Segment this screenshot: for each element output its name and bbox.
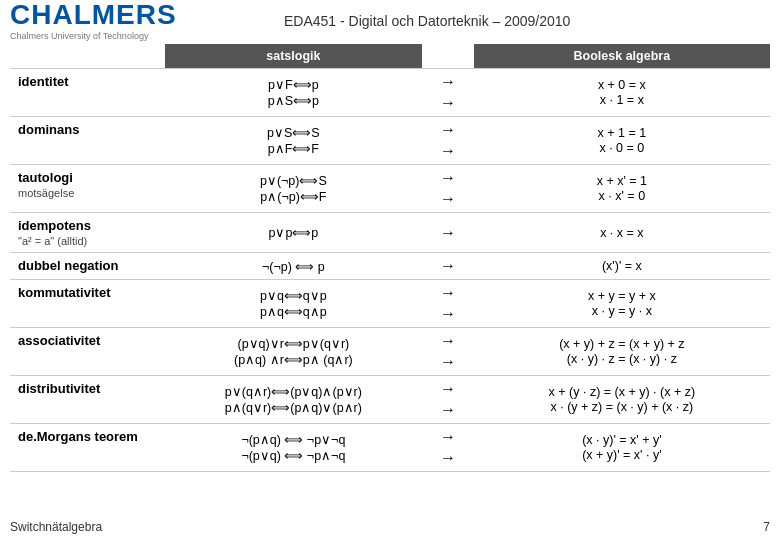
- table-row: kommutativitetp∨q⟺q∨pp∧q⟺q∧p→→x + y = y …: [10, 280, 770, 328]
- arrow-1: →: [440, 169, 456, 187]
- bool-line2: (x + y)' = x' · y': [582, 448, 661, 462]
- sats-line2: ¬(p∨q) ⟺ ¬p∧¬q: [241, 448, 345, 463]
- row-sats: ¬(p∧q) ⟺ ¬p∨¬q¬(p∨q) ⟺ ¬p∧¬q: [165, 424, 423, 472]
- bool-line1: (x + y) + z = (x + y) + z: [559, 337, 684, 351]
- sats-line1: p∨q⟺q∨p: [260, 288, 327, 303]
- row-sats: p∨q⟺q∨pp∧q⟺q∧p: [165, 280, 423, 328]
- row-name: kommutativitet: [10, 280, 165, 328]
- row-name: distributivitet: [10, 376, 165, 424]
- sats-line1: p∨F⟺p: [268, 77, 319, 92]
- bool-line1: x + y = y + x: [588, 289, 656, 303]
- row-name: associativitet: [10, 328, 165, 376]
- row-name: tautologimotsägelse: [10, 165, 165, 213]
- row-arrow: →: [422, 213, 474, 253]
- row-bool: x + (y · z) = (x + y) · (x + z)x · (y + …: [474, 376, 770, 424]
- row-sats: p∨F⟺pp∧S⟺p: [165, 69, 423, 117]
- bool-line2: x · 1 = x: [600, 93, 644, 107]
- table-row: de.Morgans teorem¬(p∧q) ⟺ ¬p∨¬q¬(p∨q) ⟺ …: [10, 424, 770, 472]
- sats-line2: p∧S⟺p: [268, 93, 319, 108]
- col-name-header: [10, 44, 165, 69]
- sats-line2: p∧(q∨r)⟺(p∧q)∨(p∧r): [225, 400, 362, 415]
- bool-line1: x + 0 = x: [598, 78, 646, 92]
- col-sats-header: satslogik: [165, 44, 423, 69]
- row-sats: p∨(¬p)⟺Sp∧(¬p)⟺F: [165, 165, 423, 213]
- bool-line2: x · 0 = 0: [599, 141, 644, 155]
- row-name: idempotens"a² = a" (alltid): [10, 213, 165, 253]
- sats-line1: ¬(p∧q) ⟺ ¬p∨¬q: [241, 432, 345, 447]
- table-body: identitetp∨F⟺pp∧S⟺p→→x + 0 = xx · 1 = xd…: [10, 69, 770, 472]
- row-arrow: →: [422, 253, 474, 280]
- arrow-2: →: [440, 190, 456, 208]
- row-arrow: →→: [422, 424, 474, 472]
- row-sats: ¬(¬p) ⟺ p: [165, 253, 423, 280]
- sats-line1: p∨(q∧r)⟺(p∨q)∧(p∨r): [225, 384, 362, 399]
- col-arrow-header: [422, 44, 474, 69]
- arrow-2: →: [440, 353, 456, 371]
- arrow-1: →: [440, 380, 456, 398]
- arrow-1: →: [440, 332, 456, 350]
- main-content: satslogik Boolesk algebra identitetp∨F⟺p…: [0, 42, 780, 472]
- row-name-secondary: motsägelse: [18, 187, 74, 199]
- logo-text: CHALMERS: [10, 1, 284, 29]
- row-arrow: →→: [422, 376, 474, 424]
- row-arrow: →→: [422, 69, 474, 117]
- row-bool: x + y = y + xx · y = y · x: [474, 280, 770, 328]
- row-sats: p∨(q∧r)⟺(p∨q)∧(p∨r)p∧(q∨r)⟺(p∧q)∨(p∧r): [165, 376, 423, 424]
- row-name: dubbel negation: [10, 253, 165, 280]
- bool-line1: (x · y)' = x' + y': [582, 433, 661, 447]
- table-row: tautologimotsägelsep∨(¬p)⟺Sp∧(¬p)⟺F→→x +…: [10, 165, 770, 213]
- sats-line2: (p∧q) ∧r⟺p∧ (q∧r): [234, 352, 353, 367]
- arrow-2: →: [440, 401, 456, 419]
- row-bool: (x + y) + z = (x + y) + z(x · y) · z = (…: [474, 328, 770, 376]
- row-sats: p∨p⟺p: [165, 213, 423, 253]
- row-name-primary: tautologi: [18, 170, 73, 185]
- sats-line2: p∧(¬p)⟺F: [260, 189, 326, 204]
- row-name: de.Morgans teorem: [10, 424, 165, 472]
- table-row: distributivitetp∨(q∧r)⟺(p∨q)∧(p∨r)p∧(q∨r…: [10, 376, 770, 424]
- sats-line1: (p∨q)∨r⟺p∨(q∨r): [237, 336, 349, 351]
- sats-line2: p∧q⟺q∧p: [260, 304, 327, 319]
- row-bool: x · x = x: [474, 213, 770, 253]
- table-row: dubbel negation¬(¬p) ⟺ p→(x')' = x: [10, 253, 770, 280]
- bool-line1: x + x' = 1: [597, 174, 647, 188]
- row-bool: x + 1 = 1x · 0 = 0: [474, 117, 770, 165]
- row-bool: (x · y)' = x' + y'(x + y)' = x' · y': [474, 424, 770, 472]
- arrow-2: →: [440, 94, 456, 112]
- row-arrow: →→: [422, 328, 474, 376]
- sats-line2: p∧F⟺F: [268, 141, 319, 156]
- row-bool: x + 0 = xx · 1 = x: [474, 69, 770, 117]
- course-title: EDA451 - Digital och Datorteknik – 2009/…: [284, 13, 570, 29]
- row-sats: (p∨q)∨r⟺p∨(q∨r)(p∧q) ∧r⟺p∧ (q∧r): [165, 328, 423, 376]
- row-name-secondary: "a² = a" (alltid): [18, 235, 87, 247]
- arrow-2: →: [440, 142, 456, 160]
- row-arrow: →→: [422, 280, 474, 328]
- bool-line2: (x · y) · z = (x · y) · z: [567, 352, 677, 366]
- arrow-2: →: [440, 449, 456, 467]
- sats-line1: p∨S⟺S: [267, 125, 320, 140]
- table-row: identitetp∨F⟺pp∧S⟺p→→x + 0 = xx · 1 = x: [10, 69, 770, 117]
- arrow-1: →: [440, 121, 456, 139]
- arrow-1: →: [440, 428, 456, 446]
- table-row: associativitet(p∨q)∨r⟺p∨(q∨r)(p∧q) ∧r⟺p∧…: [10, 328, 770, 376]
- row-bool: (x')' = x: [474, 253, 770, 280]
- arrow-2: →: [440, 305, 456, 323]
- logic-table: satslogik Boolesk algebra identitetp∨F⟺p…: [10, 44, 770, 472]
- arrow-1: →: [440, 284, 456, 302]
- logo-sub: Chalmers University of Technology: [10, 31, 284, 41]
- row-arrow: →→: [422, 165, 474, 213]
- col-bool-header: Boolesk algebra: [474, 44, 770, 69]
- logo-area: CHALMERS Chalmers University of Technolo…: [10, 1, 284, 41]
- footer: Switchnätalgebra 7: [10, 520, 770, 534]
- bool-line2: x · y = y · x: [592, 304, 652, 318]
- row-sats: p∨S⟺Sp∧F⟺F: [165, 117, 423, 165]
- footer-left: Switchnätalgebra: [10, 520, 102, 534]
- sats-line1: p∨(¬p)⟺S: [260, 173, 327, 188]
- bool-line1: x + 1 = 1: [598, 126, 647, 140]
- table-row: idempotens"a² = a" (alltid)p∨p⟺p→x · x =…: [10, 213, 770, 253]
- row-name-primary: idempotens: [18, 218, 91, 233]
- table-row: dominansp∨S⟺Sp∧F⟺F→→x + 1 = 1x · 0 = 0: [10, 117, 770, 165]
- table-header-row: satslogik Boolesk algebra: [10, 44, 770, 69]
- bool-line2: x · x' = 0: [599, 189, 646, 203]
- row-name: dominans: [10, 117, 165, 165]
- header: CHALMERS Chalmers University of Technolo…: [0, 0, 780, 42]
